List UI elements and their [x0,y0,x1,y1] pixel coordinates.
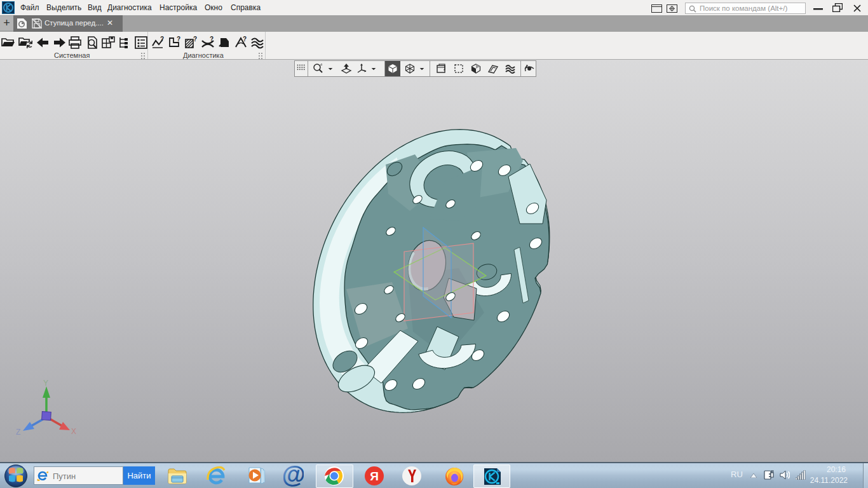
svg-text:X: X [71,427,76,436]
svg-text:@: @ [283,464,304,487]
svg-text:Y: Y [43,379,48,388]
svg-text:Я: Я [370,470,379,483]
svg-text:?: ? [193,36,197,43]
svg-text:?: ? [177,36,180,43]
svg-text:Z: Z [16,428,20,437]
svg-text:?: ? [243,36,247,43]
svg-text:?: ? [160,36,164,43]
svg-text:?: ? [210,36,214,43]
